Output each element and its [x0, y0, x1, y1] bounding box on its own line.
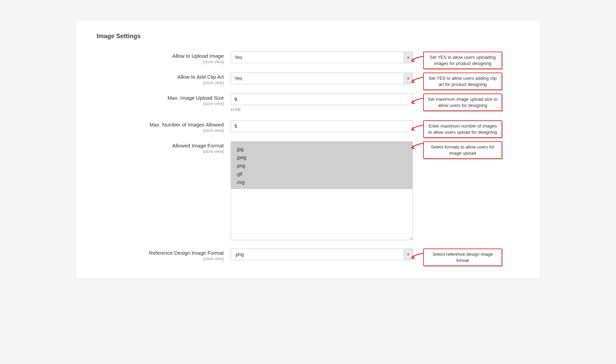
- select-value: Yes: [231, 52, 404, 63]
- label-scope: [store view]: [97, 59, 224, 64]
- max-count-input[interactable]: [231, 120, 413, 132]
- label-scope: [store view]: [97, 80, 224, 85]
- callout-max-count: Enter maximum number of images to allow …: [423, 120, 502, 138]
- label-text: Allow to Add Clip Art: [177, 74, 224, 80]
- label-max-count: Max. Number of Images Allowed [store vie…: [97, 120, 231, 133]
- settings-panel: Image Settings Allow to Upload Image [st…: [76, 21, 540, 278]
- label-text: Max. Number of Images Allowed: [150, 122, 224, 128]
- select-value: .png: [231, 249, 404, 260]
- row-max-size: Max. Image Upload Size [store view] in K…: [97, 93, 519, 112]
- label-allow-upload: Allow to Upload Image [store view]: [97, 52, 231, 64]
- label-text: Allowed Image Format: [172, 143, 224, 148]
- format-option[interactable]: .gif: [236, 170, 408, 178]
- row-allowed-format: Allowed Image Format [store view] .jpg .…: [97, 141, 519, 240]
- select-value: Yes: [231, 73, 404, 84]
- format-option[interactable]: .jpg: [236, 145, 408, 153]
- label-scope: [store view]: [97, 149, 224, 154]
- allow-upload-select[interactable]: Yes ▼: [231, 52, 413, 63]
- chevron-down-icon: ▼: [404, 249, 412, 260]
- chevron-down-icon: ▼: [404, 52, 412, 63]
- row-ref-format: Reference Design Image Format [store vie…: [97, 249, 519, 261]
- label-scope: [store view]: [97, 256, 224, 261]
- format-option[interactable]: .svg: [236, 178, 408, 186]
- row-allow-upload: Allow to Upload Image [store view] Yes ▼…: [97, 52, 519, 64]
- section-title: Image Settings: [97, 33, 519, 40]
- callout-ref-format: Select reference design image format: [423, 249, 502, 266]
- format-option[interactable]: .png: [236, 162, 408, 170]
- allow-clipart-select[interactable]: Yes ▼: [231, 73, 413, 84]
- label-scope: [store view]: [97, 101, 224, 106]
- row-max-count: Max. Number of Images Allowed [store vie…: [97, 120, 519, 133]
- label-text: Reference Design Image Format: [149, 250, 224, 256]
- max-size-input[interactable]: [231, 93, 413, 105]
- callout-allow-upload: Set YES to allow users uploading images …: [423, 52, 502, 69]
- label-text: Allow to Upload Image: [172, 53, 224, 59]
- field-note-kb: in KB: [231, 107, 413, 112]
- format-option[interactable]: .jpeg: [236, 153, 408, 162]
- callout-allow-clipart: Set YES to allow users adding clip art f…: [423, 73, 502, 90]
- label-ref-format: Reference Design Image Format [store vie…: [97, 249, 231, 261]
- label-scope: [store view]: [97, 128, 224, 133]
- ref-format-select[interactable]: .png ▼: [231, 249, 413, 260]
- allowed-format-multiselect[interactable]: .jpg .jpeg .png .gif .svg: [231, 141, 413, 240]
- chevron-down-icon: ▼: [404, 73, 412, 84]
- multiselect-selected-region: .jpg .jpeg .png .gif .svg: [231, 142, 412, 189]
- label-text: Max. Image Upload Size: [168, 95, 224, 101]
- label-allowed-format: Allowed Image Format [store view]: [97, 141, 231, 154]
- callout-max-size: Set maximum image upload size to allow u…: [423, 93, 502, 111]
- row-allow-clipart: Allow to Add Clip Art [store view] Yes ▼…: [97, 73, 519, 85]
- label-allow-clipart: Allow to Add Clip Art [store view]: [97, 73, 231, 85]
- label-max-size: Max. Image Upload Size [store view]: [97, 93, 231, 106]
- callout-allowed-format: Select formats to allow users for image …: [423, 141, 502, 159]
